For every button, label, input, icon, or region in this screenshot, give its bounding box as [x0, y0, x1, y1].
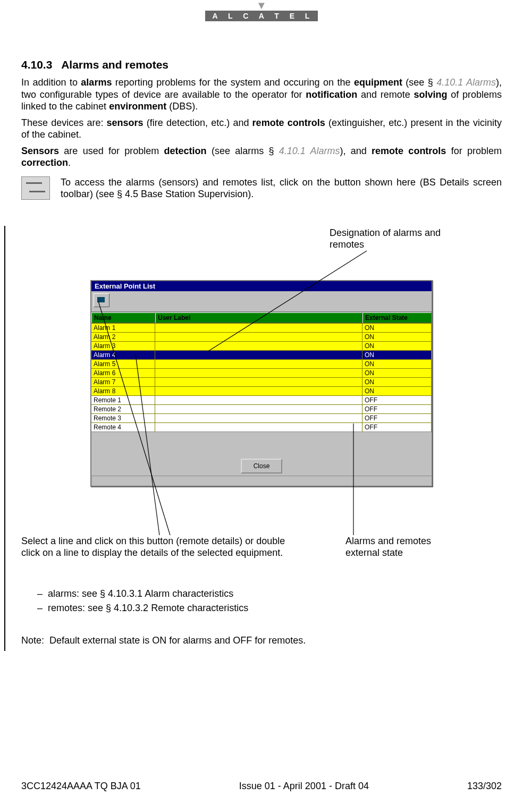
table-row[interactable]: Remote 2OFF — [91, 404, 432, 413]
window-statusbar — [91, 476, 432, 486]
window-toolbar — [91, 291, 432, 312]
cell-userlabel — [155, 360, 362, 368]
cell-name: Remote 2 — [91, 405, 155, 413]
callout-externalstate: Alarms and remotes external state — [345, 535, 462, 559]
xref-alarms-1[interactable]: 4.10.1 Alarms — [436, 77, 496, 88]
note-text: Default external state is ON for alarms … — [49, 635, 306, 646]
xref-remote-chars[interactable]: 4.10.3.2 Remote characteristics — [114, 603, 248, 613]
remote-details-toolbar-icon — [21, 176, 50, 200]
cell-name: Alarm 5 — [91, 360, 155, 368]
section-number: 4.10.3 — [21, 58, 52, 71]
section-title: Alarms and remotes — [61, 58, 168, 71]
figure-area: Designation of alarms and remotes Extern… — [21, 227, 502, 578]
cell-userlabel — [155, 405, 362, 413]
cell-externalstate: ON — [362, 342, 432, 350]
window-titlebar[interactable]: External Point List — [91, 281, 432, 291]
list-item: – alarms: see § 4.10.3.1 Alarm character… — [37, 588, 502, 599]
external-point-list-window: External Point List Name User Label Exte… — [90, 280, 433, 487]
table-row[interactable]: Alarm 7ON — [91, 377, 432, 386]
xref-bssupervision[interactable]: 4.5 Base Station Supervision — [125, 189, 248, 199]
vertical-rule — [4, 226, 5, 651]
cell-name: Alarm 6 — [91, 369, 155, 377]
table-row[interactable]: Remote 3OFF — [91, 413, 432, 422]
cell-externalstate: ON — [362, 360, 432, 368]
cell-externalstate: OFF — [362, 423, 432, 432]
brand-logo: ▼ A L C A T E L — [21, 0, 502, 21]
note-label: Note: — [21, 635, 44, 646]
remote-details-button[interactable] — [94, 293, 109, 307]
cell-userlabel — [155, 351, 362, 359]
cell-name: Alarm 1 — [91, 324, 155, 332]
points-grid: Name User Label External State Alarm 1ON… — [91, 312, 432, 432]
section-heading: 4.10.3 Alarms and remotes — [21, 58, 502, 71]
cell-externalstate: ON — [362, 369, 432, 377]
cell-externalstate: OFF — [362, 414, 432, 422]
table-row[interactable]: Alarm 2ON — [91, 332, 432, 341]
cell-externalstate: ON — [362, 333, 432, 341]
list-item: – remotes: see § 4.10.3.2 Remote charact… — [37, 603, 502, 614]
icon-note: To access the alarms (sensors) and remot… — [21, 176, 502, 200]
brand-name: A L C A T E L — [205, 11, 318, 21]
table-row[interactable]: Alarm 5ON — [91, 359, 432, 368]
cell-externalstate: ON — [362, 378, 432, 386]
cell-externalstate: ON — [362, 351, 432, 359]
grid-header: Name User Label External State — [91, 312, 432, 323]
cell-userlabel — [155, 342, 362, 350]
paragraph-2: These devices are: sensors (fire detecti… — [21, 117, 502, 141]
doc-id: 3CC12424AAAA TQ BJA 01 — [21, 781, 141, 792]
table-row[interactable]: Alarm 1ON — [91, 323, 432, 332]
cell-externalstate: OFF — [362, 405, 432, 413]
cell-userlabel — [155, 387, 362, 395]
cell-name: Alarm 4 — [91, 351, 155, 359]
cell-externalstate: OFF — [362, 396, 432, 404]
col-name[interactable]: Name — [91, 312, 155, 323]
cell-userlabel — [155, 333, 362, 341]
cell-userlabel — [155, 378, 362, 386]
xref-alarms-2[interactable]: 4.10.1 Alarms — [279, 146, 340, 156]
cell-userlabel — [155, 414, 362, 422]
cell-userlabel — [155, 423, 362, 432]
page-number: 133/302 — [467, 781, 502, 792]
logo-triangle-icon: ▼ — [21, 0, 502, 11]
callout-select-line: Select a line and click on this button (… — [21, 535, 298, 559]
button-row: Close — [91, 454, 432, 476]
close-button[interactable]: Close — [241, 459, 283, 473]
issue-info: Issue 01 - April 2001 - Draft 04 — [239, 781, 369, 792]
col-userlabel[interactable]: User Label — [155, 312, 362, 323]
cell-name: Alarm 3 — [91, 342, 155, 350]
cell-name: Alarm 7 — [91, 378, 155, 386]
see-also-list: – alarms: see § 4.10.3.1 Alarm character… — [21, 588, 502, 614]
cell-externalstate: ON — [362, 324, 432, 332]
grid-empty-area — [91, 432, 432, 454]
cell-userlabel — [155, 396, 362, 404]
cell-name: Alarm 2 — [91, 333, 155, 341]
cell-externalstate: ON — [362, 387, 432, 395]
table-row[interactable]: Alarm 8ON — [91, 386, 432, 395]
paragraph-3: Sensors are used for problem detection (… — [21, 145, 502, 169]
cell-userlabel — [155, 324, 362, 332]
cell-name: Remote 1 — [91, 396, 155, 404]
cell-name: Alarm 8 — [91, 387, 155, 395]
xref-alarm-chars[interactable]: 4.10.3.1 Alarm characteristics — [108, 588, 233, 599]
table-row[interactable]: Remote 4OFF — [91, 422, 432, 432]
cell-name: Remote 4 — [91, 423, 155, 432]
icon-note-text: To access the alarms (sensors) and remot… — [61, 176, 502, 200]
paragraph-1: In addition to alarms reporting problems… — [21, 77, 502, 113]
page-footer: 3CC12424AAAA TQ BJA 01 Issue 01 - April … — [21, 781, 502, 792]
note: Note: Default external state is ON for a… — [21, 635, 502, 646]
col-externalstate[interactable]: External State — [362, 312, 432, 323]
cell-name: Remote 3 — [91, 414, 155, 422]
table-row[interactable]: Remote 1OFF — [91, 395, 432, 404]
callout-designation: Designation of alarms and remotes — [330, 227, 452, 251]
table-row[interactable]: Alarm 3ON — [91, 341, 432, 350]
cell-userlabel — [155, 369, 362, 377]
table-row[interactable]: Alarm 6ON — [91, 368, 432, 377]
table-row[interactable]: Alarm 4ON — [91, 350, 432, 359]
